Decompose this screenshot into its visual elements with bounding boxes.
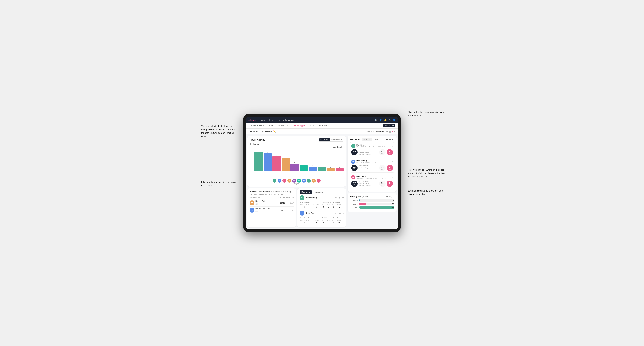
metric-unit-2a: yds	[382, 169, 384, 170]
lb-badge-1: 1	[256, 203, 258, 205]
grid2-view-icon[interactable]: ▦	[389, 130, 391, 133]
avatar-lrobertson: LR	[317, 179, 320, 183]
app-val-2: 0	[327, 221, 330, 224]
on-course-toggle[interactable]: On Course	[319, 138, 330, 141]
sub-nav: PGAT Players PGA Hcaps 1-5 Team Clippd T…	[246, 123, 398, 129]
lb-col-pb-score: PB SCORE	[276, 197, 285, 198]
metric-val-3b: 0	[389, 182, 390, 184]
bottom-panels: Practice Leaderboards PUTT Must Make Put…	[248, 188, 346, 227]
main-content: Player Activity On Course Practice Drill…	[246, 134, 398, 229]
shot-badge-num-3: 198	[353, 182, 356, 184]
lb-name-ecrossman: Edward Crossman	[256, 208, 276, 209]
metric-unit-3a: yds	[382, 184, 384, 185]
tab-pga[interactable]: PGA	[266, 123, 275, 128]
least-active-tab[interactable]: Least Active	[312, 190, 325, 194]
tab-tour[interactable]: Tour	[308, 123, 316, 128]
metric-val-2b: 0	[389, 166, 390, 169]
annotation-topleft: You can select which player is doing the…	[201, 124, 236, 138]
leaderboard-drill-dropdown[interactable]: PUTT Must Make Putting...	[272, 191, 294, 192]
all-players-dropdown[interactable]: All Players	[386, 139, 394, 141]
metric-unit-1b: yds	[389, 153, 391, 154]
total-practice-label-1: Total Practice Activities	[322, 201, 344, 203]
shot-end-1: End Lie: In The Hole	[358, 153, 378, 155]
bar-bmcharg: 13	[254, 150, 263, 172]
shot-player-info-2: Blair McHarg 23 Jul 2023 · Ashridge GC, …	[356, 160, 391, 163]
avatar-obillingham: OB	[297, 179, 301, 183]
show-timescale-dropdown[interactable]: Last 3 months	[371, 130, 384, 133]
bar-label-12: 12	[267, 151, 268, 153]
tab-hcaps[interactable]: Hcaps 1-5	[276, 123, 290, 128]
arg-label-1: ARG	[332, 204, 335, 205]
shot-avatar-bmcharg: BM	[351, 160, 356, 164]
bell-icon[interactable]: 🔔	[384, 119, 387, 121]
shot-card-2[interactable]: BM Blair McHarg 23 Jul 2023 · Ashridge G…	[350, 158, 394, 173]
edit-team-icon[interactable]: ✏️	[273, 130, 276, 133]
scoring-row-eagles: Eagles 3	[350, 199, 394, 202]
on-course-section-label: On Course	[250, 143, 344, 145]
left-panel: Player Activity On Course Practice Drill…	[248, 136, 346, 227]
leaderboard-title: Practice Leaderboards	[250, 190, 270, 192]
active-date-bmcharg: 26 Aug 2023	[335, 197, 344, 198]
practice-drills-toggle[interactable]: Practice Drills	[330, 138, 344, 141]
list-view-icon[interactable]: ≡	[394, 130, 396, 133]
tab-team-clippd[interactable]: Team Clippd	[290, 123, 307, 128]
total-rounds-label-2: Total Rounds	[300, 217, 321, 219]
heart-view-icon[interactable]: ♥	[392, 130, 394, 133]
add-team-button[interactable]: Add Team	[384, 124, 396, 127]
pars-bar-fill	[360, 206, 394, 209]
logo: clippd	[248, 119, 256, 121]
total-rounds-label-1: Total Rounds	[300, 201, 321, 203]
dropdown-row: Total Rounds ▾	[250, 146, 344, 148]
birdies-bar-fill	[360, 203, 366, 205]
most-active-tab[interactable]: Most Active	[300, 190, 312, 194]
shot-metrics-3: 16 yds 0 yds	[379, 180, 393, 187]
shot-details-mmiller: 09 Jun 2023 · Royal North Devon GC, Hole…	[356, 146, 391, 148]
leaderboard-header: Practice Leaderboards PUTT Must Make Put…	[250, 190, 294, 192]
gtt-label-1: GTT	[322, 204, 325, 205]
shot-info-2: Shot Dist: 43 yds Start Lie: Rough End L…	[358, 165, 378, 171]
people-icon[interactable]: 👤	[379, 119, 382, 121]
players-tab[interactable]: Players	[372, 138, 380, 141]
avatar-dford: DF	[282, 179, 286, 183]
shot-end-2: End Lie: In The Hole	[358, 169, 378, 171]
grid-view-icon[interactable]: ⊞	[386, 130, 388, 133]
scoring-par-dropdown[interactable]: Par 3, 4 & 5s	[358, 196, 368, 198]
tablet-frame: clippd Home Teams My Performance 🔍 👤 🔔 ⊕…	[243, 114, 401, 232]
shots-toggle: All Shots Players	[362, 138, 381, 141]
y-label-0: 0	[250, 170, 251, 172]
top-nav: clippd Home Teams My Performance 🔍 👤 🔔 ⊕…	[246, 117, 398, 123]
tab-all-players[interactable]: All Players	[316, 123, 331, 128]
shot-details-row-3: 198 SG Shot Dist: 16 yds Start Lie: Roug…	[351, 180, 393, 187]
lb-row-1[interactable]: RB Richard Butler 1 19/20 110	[250, 199, 294, 206]
nav-home[interactable]: Home	[260, 119, 265, 121]
shot-start-3: Start Lie: Rough	[358, 183, 378, 185]
avatar-icon[interactable]: 👤	[392, 119, 396, 121]
lb-row-2[interactable]: EC Edward Crossman 2 18/20 107	[250, 206, 294, 214]
search-icon[interactable]: 🔍	[374, 119, 378, 121]
practice-activities-stats-2: GTT 0 APP 0 ARG	[322, 219, 344, 224]
tournament-val-1: 7	[300, 205, 310, 208]
total-rounds-dropdown[interactable]: Total Rounds ▾	[332, 146, 344, 148]
shot-info-3: Shot Dist: 16 yds Start Lie: Rough End L…	[358, 180, 378, 187]
all-shots-tab[interactable]: All Shots	[362, 138, 372, 141]
bar-label-2b: 2	[339, 167, 340, 168]
total-practice-label-2: Total Practice Activities	[322, 217, 344, 219]
shot-badge-sg-2: SG	[354, 168, 355, 170]
shot-name-dford: David Ford	[356, 176, 391, 177]
nav-teams[interactable]: Teams	[269, 119, 275, 121]
shot-details-row-2: 200 SG Shot Dist: 43 yds Start Lie: Roug…	[351, 165, 393, 171]
putt-val-2: 0	[337, 221, 341, 224]
shot-card-1[interactable]: MM Matt Miller 09 Jun 2023 · Royal North…	[350, 142, 394, 157]
shot-badge-sg-1: SG	[354, 152, 355, 154]
tab-pgat[interactable]: PGAT Players	[248, 123, 266, 128]
metric-unit-1a: yds	[382, 153, 384, 154]
arg-val-1: 0	[332, 205, 335, 208]
shot-card-3[interactable]: DF David Ford 24 Aug 2023 · Royal North …	[350, 174, 394, 188]
metric-val-3a: 16	[381, 182, 384, 184]
x-axis-label: Players	[250, 183, 344, 184]
plus-icon[interactable]: ⊕	[389, 119, 391, 121]
scoring-row-birdies: Birdies 96	[350, 203, 394, 205]
shot-player-row-2: BM Blair McHarg 23 Jul 2023 · Ashridge G…	[351, 160, 393, 164]
scoring-players-dropdown[interactable]: All Players	[386, 196, 394, 198]
nav-my-performance[interactable]: My Performance	[278, 119, 294, 121]
